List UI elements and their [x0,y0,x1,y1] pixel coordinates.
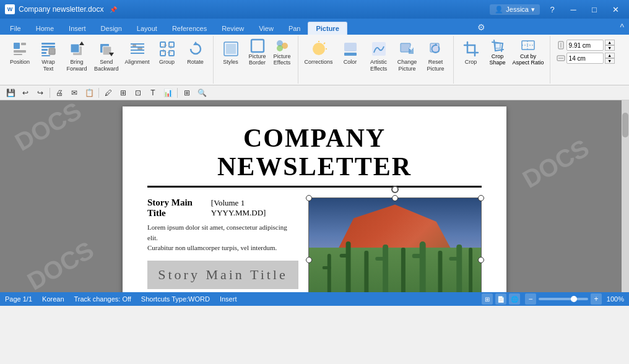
wrap-text-button[interactable]: WrapText [35,37,62,74]
view-web[interactable]: 🌐 [509,293,520,305]
tab-view[interactable]: View [251,22,281,35]
reset-picture-button[interactable]: ResetPicture [422,37,449,74]
color-icon [341,39,360,59]
height-down[interactable]: ▼ [605,45,615,51]
alignment-button[interactable]: Alignment [123,37,152,67]
height-up[interactable]: ▲ [605,40,615,45]
tab-design[interactable]: Design [93,22,129,35]
handle-tr[interactable] [478,195,484,201]
svg-point-33 [277,45,283,51]
styles-button[interactable]: Styles [217,37,245,67]
position-icon [10,39,30,59]
width-up[interactable]: ▲ [605,53,615,58]
svg-point-34 [313,43,325,55]
ribbon-collapse-icon[interactable]: ^ [615,20,629,35]
send-backward-label: SendBackward [94,59,119,72]
handle-ml[interactable] [306,257,312,263]
qat-b8[interactable]: ⊞ [180,87,194,99]
tab-home[interactable]: Home [28,22,61,35]
qat-redo[interactable]: ↪ [33,87,47,99]
qat-b3[interactable]: 🖊 [102,87,115,99]
picture-effects-button[interactable]: PictureEffects [271,37,294,67]
bring-forward-button[interactable]: BringForward [63,37,90,74]
tab-layout[interactable]: Layout [129,22,165,35]
svg-rect-57 [383,245,388,292]
handle-tm[interactable] [392,195,398,201]
width-down[interactable]: ▼ [605,58,615,64]
position-button[interactable]: Position [6,37,33,67]
zoom-slider[interactable] [539,298,588,300]
svg-rect-59 [401,248,406,292]
qat-b1[interactable]: ✉ [67,87,81,99]
qat-b2[interactable]: 📋 [82,87,96,99]
document-image [309,198,481,292]
tab-review[interactable]: Review [214,22,251,35]
group-icon [157,39,177,59]
help-button[interactable]: ? [544,2,561,16]
svg-rect-24 [160,51,165,56]
story-title-row: Story Main Title [Volume 1 YYYY.MM.DD] [147,197,298,219]
tab-insert[interactable]: Insert [61,22,93,35]
artistic-effects-icon [369,39,389,59]
tab-pan[interactable]: Pan [281,22,308,35]
qat-b9[interactable]: 🔍 [195,87,209,99]
svg-rect-64 [449,257,460,261]
tab-references[interactable]: References [165,22,214,35]
qat-print[interactable]: 🖨 [53,87,66,99]
handle-mr[interactable] [478,257,484,263]
minimize-button[interactable]: ─ [565,2,582,16]
rotate-button[interactable]: Rotate [182,37,209,67]
ribbon: Position WrapText BringForward SendBackw… [0,35,629,85]
picture-border-button[interactable]: PictureBorder [246,37,269,67]
height-icon [557,41,565,50]
view-buttons: ⊞ 📄 🌐 [482,293,520,305]
doc-right-column: Suspendisse viverra quis justo eget ulla… [308,197,482,292]
change-picture-button[interactable]: ChangePicture [394,37,421,74]
view-layout[interactable]: 📄 [495,293,506,305]
svg-rect-23 [169,42,174,47]
svg-marker-12 [79,41,84,45]
restore-button[interactable]: □ [586,2,603,16]
svg-rect-44 [495,43,500,48]
zoom-out[interactable]: − [525,293,536,305]
svg-rect-39 [344,53,357,56]
view-normal[interactable]: ⊞ [482,293,493,305]
tab-picture[interactable]: Picture [308,22,347,35]
qat-b7[interactable]: 📊 [161,87,175,99]
height-input[interactable] [566,40,604,51]
scrollbar-thumb[interactable] [622,113,628,137]
qat-b6[interactable]: T [146,87,160,99]
svg-rect-61 [412,254,425,258]
arrange-items: Position WrapText BringForward SendBackw… [6,37,209,82]
selected-image-wrapper[interactable] [308,197,482,292]
group-button[interactable]: Group [154,37,181,67]
username: Jessica [506,6,529,13]
qat-b4[interactable]: ⊞ [116,87,130,99]
qat-save[interactable]: 💾 [4,87,17,99]
qat-undo[interactable]: ↩ [19,87,32,99]
rotate-handle[interactable] [391,186,399,193]
crop-button[interactable]: Crop [458,37,485,67]
adjust-group: Corrections Color ArtisticEffects Change… [298,36,454,84]
close-button[interactable]: ✕ [607,2,624,16]
height-arrows: ▲ ▼ [605,40,615,51]
scrollbar-vertical[interactable] [622,100,629,292]
cut-by-aspect-button[interactable]: Cut byAspect Ratio [511,37,546,67]
reset-picture-label: ResetPicture [427,59,445,72]
artistic-effects-button[interactable]: ArtisticEffects [365,37,393,74]
qat-b5[interactable]: ⊡ [131,87,145,99]
qat-sep2 [98,88,99,98]
crop-shape-button[interactable]: CropShape [486,37,510,67]
send-backward-icon [97,39,116,59]
ribbon-settings-icon[interactable]: ⚙ [472,20,490,35]
color-button[interactable]: Color [337,37,364,67]
send-backward-button[interactable]: SendBackward [92,37,121,74]
doc-left-column: Story Main Title [Volume 1 YYYY.MM.DD] L… [147,197,298,292]
zoom-in[interactable]: + [591,293,602,305]
svg-rect-38 [344,43,357,51]
user-menu[interactable]: 👤 Jessica ▾ [490,4,540,15]
position-label: Position [10,59,30,66]
width-input[interactable] [566,53,604,64]
corrections-button[interactable]: Corrections [302,37,336,67]
tab-file[interactable]: File [2,22,28,35]
